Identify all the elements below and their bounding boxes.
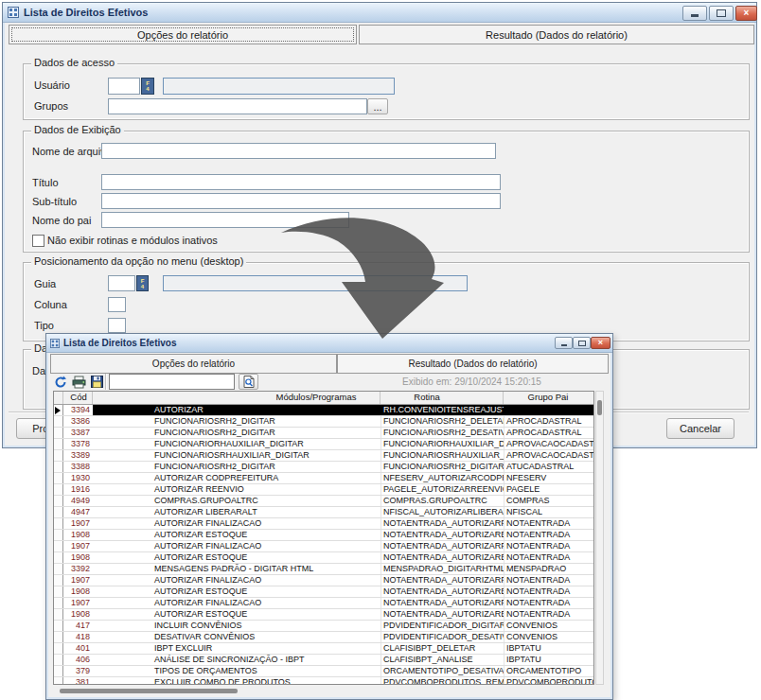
- row-indicator: [54, 564, 63, 574]
- tab-options[interactable]: Opções do relatório: [9, 25, 357, 44]
- guia-name-field: [163, 275, 468, 291]
- cell-grupo-pai: NOTAENTRADA: [504, 518, 594, 529]
- vertical-scrollbar-thumb[interactable]: [597, 400, 602, 415]
- save-button[interactable]: [88, 374, 105, 390]
- guia-f4-button[interactable]: F4: [136, 275, 149, 291]
- row-indicator: [54, 575, 63, 586]
- vertical-scrollbar[interactable]: [595, 391, 604, 685]
- title-bar[interactable]: Lista de Direitos Efetivos ×: [46, 334, 612, 353]
- table-row[interactable]: 1916AUTORIZAR REENVIOPAGELE_AUTORIZARREE…: [54, 484, 593, 496]
- tab-options[interactable]: Opções do relatório: [50, 354, 337, 374]
- rights-table[interactable]: Cód Módulos/Programas Rotina Grupo Pai 3…: [53, 391, 594, 685]
- table-body: 3394AUTORIZARRH.CONVENIOITENSREAJUSTE338…: [54, 405, 593, 685]
- guia-code-field[interactable]: [108, 275, 135, 291]
- inactive-checkbox[interactable]: [32, 235, 44, 247]
- table-row[interactable]: 3389FUNCIONARIOSRHAUXILIAR_DIGITARFUNCIO…: [54, 450, 593, 462]
- table-row[interactable]: 3386FUNCIONARIOSRH2_DIGITARFUNCIONARIOSR…: [54, 416, 593, 428]
- coluna-field[interactable]: [108, 297, 126, 312]
- cell-grupo-pai: NOTAENTRADA: [504, 541, 594, 551]
- column-header-cod[interactable]: Cód: [70, 392, 86, 403]
- column-header-grupo-pai[interactable]: Grupo Pai: [528, 392, 569, 403]
- grupos-browse-button[interactable]: ...: [367, 98, 388, 114]
- title-field[interactable]: [101, 174, 501, 190]
- table-row[interactable]: 1930AUTORIZAR CODPREFEITURANFESERV_AUTOR…: [54, 473, 593, 484]
- close-button[interactable]: ×: [735, 6, 757, 21]
- filter-input[interactable]: [109, 374, 235, 390]
- cell-grupo-pai: NOTAENTRADA: [504, 586, 594, 597]
- row-indicator: [54, 677, 63, 685]
- table-row[interactable]: 3388FUNCIONARIOSRH2_DIGITARFUNCIONARIOSR…: [54, 462, 593, 473]
- table-row[interactable]: 4947AUTORIZAR LIBERARALTNFISCAL_AUTORIZA…: [54, 507, 593, 518]
- cell-grupo-pai: NOTAENTRADA: [504, 575, 594, 586]
- cell-rotina: NOTAENTRADA_AUTORIZARFINALI: [380, 518, 504, 529]
- minimize-button[interactable]: [682, 6, 707, 21]
- table-row[interactable]: 1908AUTORIZAR ESTOQUENOTAENTRADA_AUTORIZ…: [54, 609, 593, 621]
- cell-modulo: AUTORIZAR ESTOQUE: [93, 552, 380, 563]
- usuario-f4-button[interactable]: F4: [141, 78, 154, 95]
- minimize-button[interactable]: [555, 337, 573, 349]
- cell-rotina: PDVIDENTIFICADOR_DIGITAR: [380, 621, 504, 631]
- cell-grupo-pai: CONVENIOS: [504, 632, 594, 642]
- cell-cod: 418: [63, 632, 93, 642]
- horizontal-scrollbar-thumb[interactable]: [60, 689, 238, 693]
- cancel-button[interactable]: Cancelar: [666, 418, 734, 439]
- row-indicator: [54, 586, 63, 597]
- cell-cod: 1916: [63, 484, 93, 495]
- preview-button[interactable]: [239, 374, 258, 390]
- row-indicator: [54, 552, 63, 563]
- table-row[interactable]: 1907AUTORIZAR FINALIZACAONOTAENTRADA_AUT…: [54, 541, 593, 552]
- window-title: Lista de Direitos Efetivos: [24, 7, 148, 18]
- table-row[interactable]: 4949COMPRAS.GRUPOALTRCCOMPRAS.GRUPOALTRC…: [54, 496, 593, 507]
- minimize-icon: [691, 14, 699, 17]
- table-row[interactable]: 1907AUTORIZAR FINALIZACAONOTAENTRADA_AUT…: [54, 518, 593, 530]
- table-row[interactable]: 1907AUTORIZAR FINALIZACAONOTAENTRADA_AUT…: [54, 598, 593, 609]
- table-row[interactable]: 381EXCLUIR COMBO DE PRODUTOSPDVCOMBOPROD…: [54, 677, 593, 685]
- cell-rotina: NOTAENTRADA_AUTORIZARFINALI: [380, 575, 504, 586]
- tab-result[interactable]: Resultado (Dados do relatório): [337, 354, 609, 374]
- table-row[interactable]: 406ANÁLISE DE SINCRONIZAÇÃO - IBPTCLAFIS…: [54, 655, 593, 666]
- grupos-label: Grupos: [34, 100, 68, 112]
- print-button[interactable]: [70, 374, 87, 390]
- tab-result[interactable]: Resultado (Dados do relatório): [359, 25, 754, 44]
- table-row[interactable]: 418DESATIVAR CONVÊNIOSPDVIDENTIFICADOR_D…: [54, 632, 593, 643]
- table-row[interactable]: 1908AUTORIZAR ESTOQUENOTAENTRADA_AUTORIZ…: [54, 586, 593, 598]
- table-row-selected[interactable]: 3394AUTORIZARRH.CONVENIOITENSREAJUSTE: [54, 405, 593, 416]
- maximize-button[interactable]: [709, 6, 734, 21]
- usuario-code-field[interactable]: [108, 78, 140, 95]
- close-button[interactable]: ×: [591, 337, 611, 349]
- cell-cod: 3392: [63, 564, 93, 574]
- maximize-icon: [578, 341, 586, 346]
- column-header-rotina[interactable]: Rotina: [414, 392, 439, 403]
- table-row[interactable]: 3378FUNCIONARIORHAUXILIAR_DIGITARFUNCION…: [54, 439, 593, 450]
- file-name-field[interactable]: [101, 143, 496, 159]
- table-row[interactable]: 1907AUTORIZAR FINALIZACAONOTAENTRADA_AUT…: [54, 575, 593, 586]
- refresh-icon: [54, 376, 67, 389]
- table-header[interactable]: Cód Módulos/Programas Rotina Grupo Pai: [54, 392, 593, 405]
- cell-grupo-pai: APROVACAOCADASTRAL: [504, 439, 594, 449]
- table-row[interactable]: 3392MENSAGENS PADRÃO - DIGITAR HTMLMENSP…: [54, 564, 593, 575]
- cell-modulo: AUTORIZAR CODPREFEITURA: [93, 473, 380, 483]
- table-row[interactable]: 1908AUTORIZAR ESTOQUENOTAENTRADA_AUTORIZ…: [54, 552, 593, 564]
- app-icon: [50, 339, 60, 348]
- cell-cod: 401: [63, 643, 93, 654]
- table-row[interactable]: 3387FUNCIONARIOSRH2_DIGITARFUNCIONARIOSR…: [54, 428, 593, 439]
- title-bar[interactable]: Lista de Direitos Efetivos ×: [3, 3, 756, 23]
- cell-grupo-pai: NOTAENTRADA: [504, 598, 594, 608]
- table-row[interactable]: 379TIPOS DE ORÇAMENTOSORCAMENTOTIPO_DESA…: [54, 666, 593, 677]
- tipo-field[interactable]: [108, 318, 126, 333]
- maximize-icon: [717, 9, 726, 17]
- table-row[interactable]: 1908AUTORIZAR ESTOQUENOTAENTRADA_AUTORIZ…: [54, 530, 593, 541]
- cell-grupo-pai: PAGELE: [504, 484, 594, 495]
- row-indicator: [54, 598, 63, 608]
- maximize-button[interactable]: [573, 337, 591, 349]
- parent-name-field[interactable]: [101, 212, 349, 228]
- table-row[interactable]: 401IBPT EXCLUIRCLAFISIBPT_DELETARIBPTATU: [54, 643, 593, 655]
- grupos-field[interactable]: [108, 98, 367, 114]
- row-indicator: [54, 541, 63, 551]
- subtitle-field[interactable]: [101, 193, 501, 209]
- refresh-button[interactable]: [52, 374, 69, 390]
- table-row[interactable]: 417INCLUIR CONVÊNIOSPDVIDENTIFICADOR_DIG…: [54, 621, 593, 632]
- cell-rotina: ORCAMENTOTIPO_DESATIVAR: [380, 666, 504, 676]
- cell-rotina: NOTAENTRADA_AUTORIZARESTOC: [380, 530, 504, 540]
- column-header-modulos[interactable]: Módulos/Programas: [275, 392, 356, 403]
